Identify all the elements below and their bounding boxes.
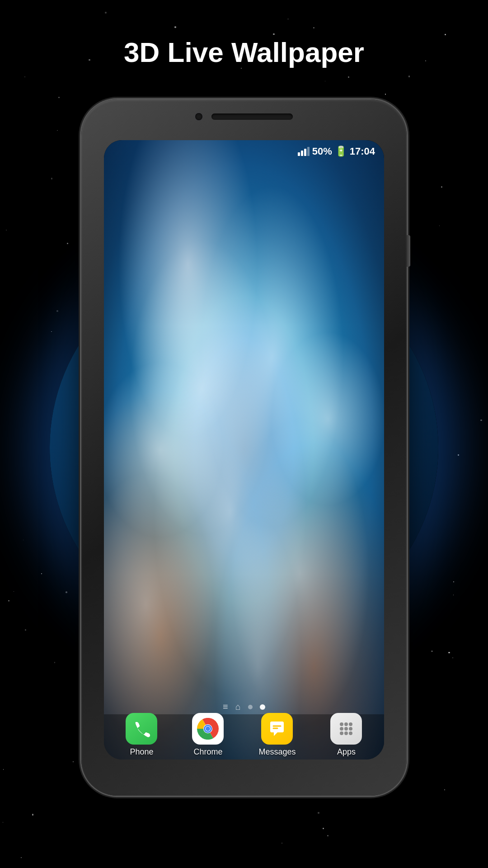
signal-bar-2	[301, 151, 303, 156]
star	[453, 581, 454, 582]
star	[73, 761, 74, 762]
star	[325, 81, 325, 81]
star	[348, 76, 349, 78]
star	[8, 600, 9, 602]
star	[408, 75, 410, 77]
chrome-icon	[197, 718, 219, 740]
star	[105, 12, 107, 14]
star	[41, 573, 42, 574]
star	[138, 797, 139, 798]
dock-item-chrome[interactable]: Chrome	[192, 713, 224, 757]
battery-percentage: 50%	[312, 146, 332, 157]
star	[23, 540, 23, 540]
star	[323, 828, 324, 829]
star	[425, 60, 426, 61]
star	[327, 835, 328, 836]
star	[66, 591, 67, 593]
power-button[interactable]	[407, 235, 410, 267]
star	[448, 652, 450, 653]
signal-icon	[298, 147, 310, 156]
phone-app-label: Phone	[130, 747, 153, 757]
page-title: 3D Live Wallpaper	[124, 36, 364, 68]
app-dock: Phone	[104, 714, 384, 760]
star	[3, 769, 4, 770]
phone-top-bar	[195, 113, 293, 120]
nav-menu-icon: ≡	[223, 702, 228, 712]
star	[431, 651, 433, 652]
star	[58, 97, 60, 98]
star	[25, 629, 26, 631]
star	[54, 662, 56, 663]
signal-bar-3	[304, 149, 306, 156]
signal-bar-1	[298, 152, 300, 156]
speaker-grille	[211, 113, 293, 120]
phone-shell: 50% 🔋 17:04 ≡ ⌂ Phone	[81, 99, 407, 796]
svg-point-9	[344, 727, 348, 731]
phone-device: 50% 🔋 17:04 ≡ ⌂ Phone	[81, 99, 407, 796]
star	[174, 26, 176, 28]
nav-dot-2-active	[260, 704, 265, 710]
svg-point-13	[349, 731, 352, 735]
svg-point-6	[344, 722, 348, 726]
star	[51, 331, 52, 332]
svg-point-4	[206, 726, 210, 731]
star	[458, 454, 459, 456]
dock-item-messages[interactable]: Messages	[258, 713, 296, 757]
star	[67, 243, 68, 244]
chrome-app-icon[interactable]	[192, 713, 224, 745]
nav-home-icon: ⌂	[235, 702, 241, 712]
star	[282, 843, 282, 844]
messages-app-icon[interactable]	[261, 713, 293, 745]
star	[452, 657, 453, 658]
dock-item-phone[interactable]: Phone	[126, 713, 157, 757]
chrome-app-label: Chrome	[193, 747, 222, 757]
svg-point-12	[344, 731, 348, 735]
atmosphere-overlay	[104, 140, 384, 760]
apps-app-label: Apps	[337, 747, 356, 757]
status-bar: 50% 🔋 17:04	[104, 140, 384, 163]
star	[6, 230, 7, 231]
star	[21, 857, 22, 858]
battery-icon: 🔋	[335, 146, 347, 157]
dock-item-apps[interactable]: Apps	[330, 713, 362, 757]
star	[480, 420, 482, 421]
svg-point-5	[340, 722, 343, 726]
svg-point-8	[340, 727, 343, 731]
front-camera	[195, 113, 202, 120]
phone-screen: 50% 🔋 17:04 ≡ ⌂ Phone	[104, 140, 384, 760]
star	[313, 27, 314, 28]
star	[57, 130, 58, 131]
star	[273, 33, 274, 35]
svg-point-10	[349, 727, 352, 731]
clock: 17:04	[350, 146, 375, 157]
star	[318, 812, 319, 813]
star	[439, 226, 440, 226]
nav-dot-1	[248, 705, 253, 709]
signal-bar-4	[307, 147, 310, 156]
star	[24, 76, 25, 77]
phone-icon	[132, 720, 150, 738]
star	[288, 19, 288, 19]
star	[453, 594, 454, 595]
star	[56, 310, 58, 311]
messages-icon	[267, 719, 286, 738]
star	[444, 789, 445, 790]
svg-point-11	[340, 731, 343, 735]
star	[302, 97, 304, 99]
phone-app-icon[interactable]	[126, 713, 157, 745]
star	[14, 591, 14, 592]
svg-point-7	[349, 722, 352, 726]
star	[445, 34, 446, 35]
star	[51, 178, 53, 179]
star	[32, 814, 34, 816]
messages-app-label: Messages	[258, 747, 296, 757]
star	[441, 186, 442, 188]
star	[385, 94, 386, 95]
star	[3, 822, 4, 823]
apps-app-icon[interactable]	[330, 713, 362, 745]
star	[89, 59, 90, 61]
nav-dots-bar: ≡ ⌂	[104, 702, 384, 712]
apps-grid-icon	[337, 720, 355, 738]
